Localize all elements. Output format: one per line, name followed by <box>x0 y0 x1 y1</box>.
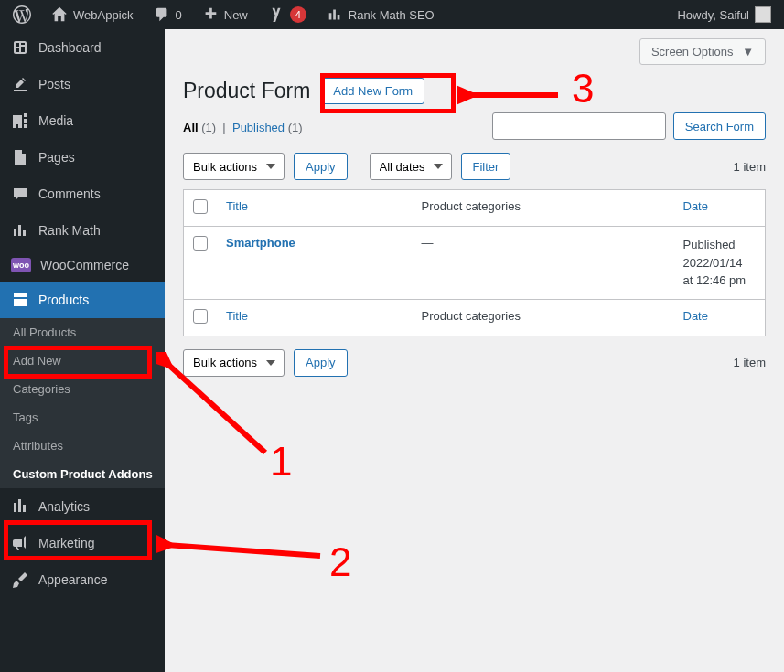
col-date-footer[interactable]: Date <box>683 309 708 323</box>
pin-icon <box>11 75 29 93</box>
sidebar-item-label: Marketing <box>38 536 94 550</box>
sidebar-item-analytics[interactable]: Analytics <box>0 488 165 525</box>
annotation-number-1: 1 <box>270 439 292 485</box>
add-new-form-button[interactable]: Add New Form <box>321 78 424 104</box>
chart-icon <box>11 221 29 240</box>
comment-icon <box>11 185 29 203</box>
select-all-checkbox[interactable] <box>193 199 208 214</box>
col-categories-header: Product categories <box>412 190 673 227</box>
apply-button[interactable]: Apply <box>294 153 348 180</box>
forms-table: Title Product categories Date Smartphone… <box>183 189 766 336</box>
main-content: Screen Options ▼ Product Form Add New Fo… <box>165 29 784 672</box>
plus-icon <box>202 6 219 23</box>
sidebar-item-label: Posts <box>38 77 70 91</box>
sidebar-item-label: WooCommerce <box>40 258 129 272</box>
brush-icon <box>11 571 29 589</box>
media-icon <box>11 112 29 130</box>
avatar <box>755 6 771 23</box>
site-name-label: WebAppick <box>73 8 134 22</box>
yoast-menu[interactable]: 4 <box>263 0 312 29</box>
col-categories-footer: Product categories <box>412 299 673 336</box>
submenu-categories[interactable]: Categories <box>0 375 165 403</box>
yoast-icon <box>268 6 285 23</box>
row-categories: — <box>412 227 673 300</box>
admin-sidebar: Dashboard Posts Media Pages Comments Ran… <box>0 29 165 672</box>
howdy-label: Howdy, Saiful <box>677 8 749 22</box>
comment-bubble-icon <box>154 6 170 23</box>
notification-badge: 4 <box>290 6 306 23</box>
sidebar-item-woocommerce[interactable]: woo WooCommerce <box>0 249 165 282</box>
col-title-footer[interactable]: Title <box>226 309 248 323</box>
wp-logo-menu[interactable] <box>7 0 37 29</box>
product-icon <box>11 291 29 309</box>
sidebar-item-label: Appearance <box>38 572 108 587</box>
sidebar-item-label: Pages <box>38 150 75 165</box>
rank-math-menu[interactable]: Rank Math SEO <box>321 0 440 29</box>
products-submenu: All Products Add New Categories Tags Att… <box>0 318 165 488</box>
date-filter-select[interactable]: All dates <box>370 153 452 180</box>
row-title-link[interactable]: Smartphone <box>226 236 295 250</box>
filter-button[interactable]: Filter <box>461 153 511 180</box>
my-account-menu[interactable]: Howdy, Saiful <box>671 0 777 29</box>
col-date-header[interactable]: Date <box>683 199 708 213</box>
search-input[interactable] <box>492 112 666 140</box>
filter-published-link[interactable]: Published (1) <box>232 121 303 134</box>
sidebar-item-label: Comments <box>38 187 101 201</box>
wordpress-icon <box>13 5 31 24</box>
sidebar-item-label: Media <box>38 113 73 128</box>
sidebar-item-marketing[interactable]: Marketing <box>0 525 165 561</box>
home-icon <box>51 6 68 23</box>
table-row: Smartphone — Published 2022/01/14 at 12:… <box>184 227 766 300</box>
sidebar-item-products[interactable]: Products <box>0 282 165 318</box>
rank-math-label: Rank Math SEO <box>349 8 435 22</box>
screen-options-label: Screen Options <box>651 45 734 59</box>
sidebar-item-pages[interactable]: Pages <box>0 139 165 176</box>
page-icon <box>11 148 29 166</box>
submenu-all-products[interactable]: All Products <box>0 318 165 347</box>
annotation-number-2: 2 <box>329 539 351 585</box>
sidebar-item-rankmath[interactable]: Rank Math <box>0 212 165 249</box>
apply-button-bottom[interactable]: Apply <box>294 349 348 377</box>
item-count-top: 1 item <box>734 160 766 174</box>
bulk-actions-select[interactable]: Bulk actions <box>183 153 285 180</box>
filter-all-link[interactable]: All (1) <box>183 121 216 134</box>
bar-chart-icon <box>327 6 343 23</box>
submenu-attributes[interactable]: Attributes <box>0 432 165 460</box>
megaphone-icon <box>11 534 29 552</box>
screen-options-button[interactable]: Screen Options ▼ <box>639 38 766 65</box>
comments-menu[interactable]: 0 <box>148 0 188 29</box>
chevron-down-icon: ▼ <box>742 45 754 59</box>
analytics-icon <box>11 497 29 516</box>
comment-count: 0 <box>176 8 182 22</box>
submenu-add-new[interactable]: Add New <box>0 347 165 375</box>
new-label: New <box>224 8 248 22</box>
admin-bar: WebAppick 0 New 4 Rank Math SEO Howdy, S… <box>0 0 784 29</box>
dashboard-icon <box>11 38 29 57</box>
submenu-custom-product-addons[interactable]: Custom Product Addons <box>0 460 165 488</box>
sidebar-item-posts[interactable]: Posts <box>0 66 165 102</box>
sidebar-item-appearance[interactable]: Appearance <box>0 561 165 598</box>
col-title-header[interactable]: Title <box>226 199 248 213</box>
row-checkbox[interactable] <box>193 236 208 251</box>
sidebar-item-label: Dashboard <box>38 40 102 55</box>
site-name-menu[interactable]: WebAppick <box>46 0 139 29</box>
sidebar-item-comments[interactable]: Comments <box>0 176 165 212</box>
page-title: Product Form <box>183 79 310 103</box>
select-all-checkbox-bottom[interactable] <box>193 309 208 324</box>
search-form-button[interactable]: Search Form <box>673 112 766 140</box>
sidebar-item-label: Products <box>38 293 89 307</box>
sidebar-item-label: Analytics <box>38 499 90 514</box>
sidebar-item-label: Rank Math <box>38 223 101 238</box>
annotation-number-3: 3 <box>572 66 594 112</box>
new-content-menu[interactable]: New <box>197 0 253 29</box>
row-date: Published 2022/01/14 at 12:46 pm <box>674 227 766 300</box>
woo-icon: woo <box>11 258 31 272</box>
bulk-actions-select-bottom[interactable]: Bulk actions <box>183 349 285 377</box>
sidebar-item-media[interactable]: Media <box>0 102 165 139</box>
item-count-bottom: 1 item <box>734 356 766 369</box>
submenu-tags[interactable]: Tags <box>0 403 165 432</box>
sidebar-item-dashboard[interactable]: Dashboard <box>0 29 165 66</box>
